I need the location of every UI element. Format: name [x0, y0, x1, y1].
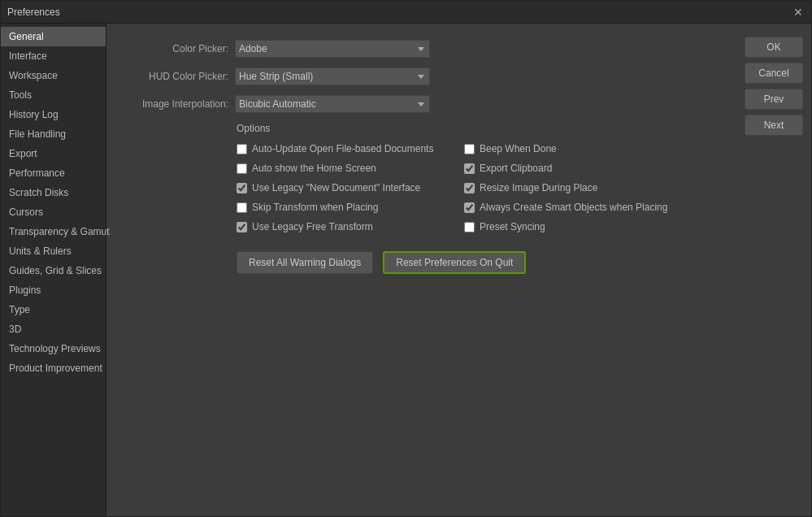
sidebar-item-export[interactable]: Export: [1, 144, 106, 163]
ok-button[interactable]: OK: [745, 37, 803, 58]
checkbox-skip-transform-label: Skip Transform when Placing: [252, 202, 378, 213]
checkbox-legacy-new-doc-input[interactable]: [237, 183, 247, 193]
reset-buttons-area: Reset All Warning Dialogs Reset Preferen…: [123, 251, 795, 274]
close-button[interactable]: ✕: [792, 6, 805, 19]
sidebar-item-performance[interactable]: Performance: [1, 163, 106, 183]
sidebar-item-scratch-disks[interactable]: Scratch Disks: [1, 183, 106, 202]
image-interpolation-select[interactable]: Bicubic Automatic: [235, 95, 430, 113]
checkbox-skip-transform: Skip Transform when Placing: [237, 199, 448, 215]
checkbox-legacy-new-doc: Use Legacy "New Document" Interface: [237, 180, 448, 196]
reset-prefs-button[interactable]: Reset Preferences On Quit: [383, 251, 526, 274]
hud-color-picker-select[interactable]: Hue Strip (Small): [235, 67, 430, 85]
checkbox-legacy-new-doc-label: Use Legacy "New Document" Interface: [252, 182, 420, 193]
checkbox-smart-objects-label: Always Create Smart Objects when Placing: [480, 202, 667, 213]
color-picker-select[interactable]: Adobe: [235, 40, 430, 58]
checkbox-legacy-free-transform: Use Legacy Free Transform: [237, 219, 448, 235]
next-button[interactable]: Next: [745, 115, 803, 136]
sidebar-item-interface[interactable]: Interface: [1, 46, 106, 66]
options-grid: Auto-Update Open File-based Documents Be…: [123, 141, 675, 235]
checkbox-auto-home-label: Auto show the Home Screen: [252, 163, 376, 174]
checkbox-resize-image-label: Resize Image During Place: [480, 182, 597, 193]
checkbox-smart-objects-input[interactable]: [464, 202, 475, 213]
checkbox-auto-update-input[interactable]: [237, 144, 247, 154]
checkbox-export-clipboard-label: Export Clipboard: [480, 163, 552, 174]
checkbox-resize-image-input[interactable]: [464, 183, 475, 193]
hud-color-picker-label: HUD Color Picker:: [123, 71, 228, 82]
checkbox-beep-label: Beep When Done: [480, 143, 557, 154]
sidebar-item-file-handling[interactable]: File Handling: [1, 124, 106, 144]
color-picker-row: Color Picker: Adobe: [123, 40, 795, 58]
options-title: Options: [123, 123, 795, 134]
preferences-window: Preferences ✕ General Interface Workspac…: [0, 0, 812, 517]
checkbox-legacy-free-transform-label: Use Legacy Free Transform: [252, 221, 373, 232]
checkbox-auto-home-input[interactable]: [237, 163, 247, 174]
checkbox-export-clipboard-input[interactable]: [464, 163, 475, 174]
checkbox-legacy-free-transform-input[interactable]: [237, 222, 247, 232]
sidebar-item-units-rulers[interactable]: Units & Rulers: [1, 241, 106, 261]
image-interpolation-row: Image Interpolation: Bicubic Automatic: [123, 95, 795, 113]
cancel-button[interactable]: Cancel: [745, 63, 803, 84]
checkbox-beep-input[interactable]: [464, 144, 475, 154]
sidebar-item-general[interactable]: General: [1, 27, 106, 46]
sidebar-item-guides-grid-slices[interactable]: Guides, Grid & Slices: [1, 261, 106, 280]
action-buttons: OK Cancel Prev Next: [745, 37, 803, 136]
checkbox-preset-syncing-label: Preset Syncing: [480, 221, 545, 232]
sidebar-item-workspace[interactable]: Workspace: [1, 66, 106, 85]
checkbox-resize-image: Resize Image During Place: [464, 180, 675, 196]
checkbox-preset-syncing-input[interactable]: [464, 222, 475, 232]
sidebar-item-cursors[interactable]: Cursors: [1, 202, 106, 222]
sidebar-item-product-improvement[interactable]: Product Improvement: [1, 358, 106, 378]
main-panel: OK Cancel Prev Next Color Picker: Adobe …: [106, 24, 811, 516]
sidebar-item-plugins[interactable]: Plugins: [1, 280, 106, 300]
hud-color-picker-row: HUD Color Picker: Hue Strip (Small): [123, 67, 795, 85]
checkbox-export-clipboard: Export Clipboard: [464, 160, 675, 176]
content-area: General Interface Workspace Tools Histor…: [1, 24, 811, 516]
image-interpolation-label: Image Interpolation:: [123, 98, 228, 110]
checkbox-auto-update-label: Auto-Update Open File-based Documents: [252, 143, 433, 154]
checkbox-skip-transform-input[interactable]: [237, 202, 247, 213]
options-section: Options Auto-Update Open File-based Docu…: [123, 123, 795, 235]
sidebar-item-tech-previews[interactable]: Technology Previews: [1, 339, 106, 358]
sidebar: General Interface Workspace Tools Histor…: [1, 24, 106, 516]
sidebar-item-type[interactable]: Type: [1, 300, 106, 319]
title-bar: Preferences ✕: [1, 1, 811, 24]
color-picker-label: Color Picker:: [123, 43, 228, 54]
checkbox-auto-home: Auto show the Home Screen: [237, 160, 448, 176]
checkbox-smart-objects: Always Create Smart Objects when Placing: [464, 199, 675, 215]
checkbox-auto-update: Auto-Update Open File-based Documents: [237, 141, 448, 157]
checkbox-preset-syncing: Preset Syncing: [464, 219, 675, 235]
checkbox-beep: Beep When Done: [464, 141, 675, 157]
window-title: Preferences: [7, 7, 60, 18]
reset-warning-button[interactable]: Reset All Warning Dialogs: [237, 251, 373, 274]
sidebar-item-3d[interactable]: 3D: [1, 319, 106, 339]
sidebar-item-history-log[interactable]: History Log: [1, 105, 106, 124]
sidebar-item-tools[interactable]: Tools: [1, 85, 106, 105]
sidebar-item-transparency-gamut[interactable]: Transparency & Gamut: [1, 222, 106, 241]
prev-button[interactable]: Prev: [745, 89, 803, 110]
